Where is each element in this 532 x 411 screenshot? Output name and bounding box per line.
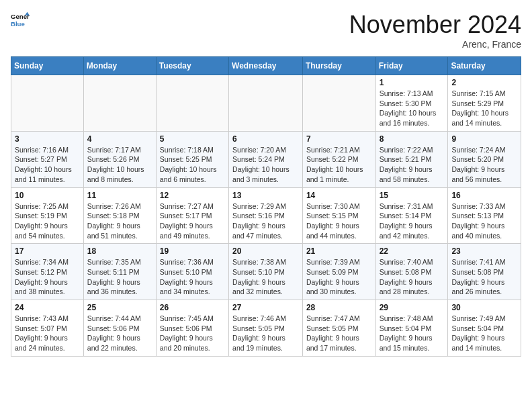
day-info: Sunrise: 7:29 AMSunset: 5:16 PMDaylight:… [232,201,299,241]
day-info: Sunrise: 7:49 AMSunset: 5:04 PMDaylight:… [451,314,517,353]
calendar-day-cell: 10Sunrise: 7:25 AMSunset: 5:19 PMDayligh… [11,187,84,244]
calendar-day-cell: 12Sunrise: 7:27 AMSunset: 5:17 PMDayligh… [156,187,228,244]
calendar-header-row: SundayMondayTuesdayWednesdayThursdayFrid… [11,57,521,75]
calendar-week-row: 24Sunrise: 7:43 AMSunset: 5:07 PMDayligh… [11,300,521,357]
calendar: SundayMondayTuesdayWednesdayThursdayFrid… [11,56,521,357]
day-of-week-header: Sunday [11,57,84,75]
day-number: 3 [15,134,80,144]
calendar-day-cell [229,75,303,132]
day-number: 10 [15,191,80,200]
day-number: 20 [232,246,299,256]
day-number: 16 [451,191,517,200]
day-info: Sunrise: 7:26 AMSunset: 5:18 PMDaylight:… [87,201,152,241]
calendar-day-cell: 24Sunrise: 7:43 AMSunset: 5:07 PMDayligh… [11,300,84,357]
day-number: 2 [451,78,517,87]
calendar-day-cell: 29Sunrise: 7:48 AMSunset: 5:04 PMDayligh… [375,300,448,357]
calendar-week-row: 1Sunrise: 7:13 AMSunset: 5:30 PMDaylight… [11,75,521,132]
day-number: 30 [451,303,517,312]
calendar-day-cell: 6Sunrise: 7:20 AMSunset: 5:24 PMDaylight… [229,131,303,187]
day-of-week-header: Thursday [302,57,375,75]
calendar-week-row: 17Sunrise: 7:34 AMSunset: 5:12 PMDayligh… [11,244,521,300]
calendar-day-cell: 14Sunrise: 7:30 AMSunset: 5:15 PMDayligh… [302,187,375,244]
day-info: Sunrise: 7:18 AMSunset: 5:25 PMDaylight:… [160,145,225,185]
day-of-week-header: Monday [83,57,156,75]
day-info: Sunrise: 7:48 AMSunset: 5:04 PMDaylight:… [380,314,445,353]
day-of-week-header: Friday [375,57,448,75]
calendar-day-cell: 23Sunrise: 7:41 AMSunset: 5:08 PMDayligh… [448,244,521,300]
calendar-day-cell [156,75,228,132]
day-info: Sunrise: 7:35 AMSunset: 5:11 PMDaylight:… [87,257,152,297]
day-number: 13 [232,191,299,200]
day-of-week-header: Wednesday [229,57,303,75]
calendar-day-cell: 21Sunrise: 7:39 AMSunset: 5:09 PMDayligh… [302,244,375,300]
calendar-week-row: 3Sunrise: 7:16 AMSunset: 5:27 PMDaylight… [11,131,521,187]
day-number: 25 [87,303,152,312]
calendar-day-cell [83,75,156,132]
day-number: 14 [306,191,372,200]
calendar-day-cell: 9Sunrise: 7:24 AMSunset: 5:20 PMDaylight… [448,131,521,187]
day-info: Sunrise: 7:44 AMSunset: 5:06 PMDaylight:… [87,314,152,353]
day-info: Sunrise: 7:45 AMSunset: 5:06 PMDaylight:… [160,314,225,353]
day-number: 15 [380,191,445,200]
calendar-week-row: 10Sunrise: 7:25 AMSunset: 5:19 PMDayligh… [11,187,521,244]
calendar-day-cell: 2Sunrise: 7:15 AMSunset: 5:29 PMDaylight… [448,75,521,132]
month-title: November 2024 [349,11,521,39]
calendar-day-cell [302,75,375,132]
calendar-day-cell: 3Sunrise: 7:16 AMSunset: 5:27 PMDaylight… [11,131,84,187]
day-info: Sunrise: 7:24 AMSunset: 5:20 PMDaylight:… [451,145,517,185]
day-info: Sunrise: 7:40 AMSunset: 5:08 PMDaylight:… [380,257,445,297]
day-number: 27 [232,303,299,312]
location: Arenc, France [349,39,521,50]
day-info: Sunrise: 7:43 AMSunset: 5:07 PMDaylight:… [15,314,80,353]
title-area: November 2024 Arenc, France [349,11,521,50]
day-number: 26 [160,303,225,312]
day-number: 23 [451,246,517,256]
day-number: 1 [380,78,445,87]
calendar-day-cell: 22Sunrise: 7:40 AMSunset: 5:08 PMDayligh… [375,244,448,300]
day-number: 18 [87,246,152,256]
day-info: Sunrise: 7:34 AMSunset: 5:12 PMDaylight:… [15,257,80,297]
header: General Blue November 2024 Arenc, France [11,11,521,50]
day-number: 28 [306,303,372,312]
logo-icon: General Blue [11,11,30,30]
day-number: 8 [380,134,445,144]
calendar-day-cell: 4Sunrise: 7:17 AMSunset: 5:26 PMDaylight… [83,131,156,187]
day-number: 5 [160,134,225,144]
calendar-day-cell: 20Sunrise: 7:38 AMSunset: 5:10 PMDayligh… [229,244,303,300]
calendar-day-cell: 1Sunrise: 7:13 AMSunset: 5:30 PMDaylight… [375,75,448,132]
day-number: 9 [451,134,517,144]
day-info: Sunrise: 7:30 AMSunset: 5:15 PMDaylight:… [306,201,372,241]
calendar-day-cell: 25Sunrise: 7:44 AMSunset: 5:06 PMDayligh… [83,300,156,357]
day-info: Sunrise: 7:22 AMSunset: 5:21 PMDaylight:… [380,145,445,185]
calendar-day-cell: 15Sunrise: 7:31 AMSunset: 5:14 PMDayligh… [375,187,448,244]
calendar-day-cell: 8Sunrise: 7:22 AMSunset: 5:21 PMDaylight… [375,131,448,187]
day-of-week-header: Saturday [448,57,521,75]
day-info: Sunrise: 7:16 AMSunset: 5:27 PMDaylight:… [15,145,80,185]
calendar-day-cell: 26Sunrise: 7:45 AMSunset: 5:06 PMDayligh… [156,300,228,357]
day-number: 4 [87,134,152,144]
calendar-day-cell: 11Sunrise: 7:26 AMSunset: 5:18 PMDayligh… [83,187,156,244]
day-info: Sunrise: 7:13 AMSunset: 5:30 PMDaylight:… [380,89,445,128]
calendar-day-cell: 5Sunrise: 7:18 AMSunset: 5:25 PMDaylight… [156,131,228,187]
day-info: Sunrise: 7:31 AMSunset: 5:14 PMDaylight:… [380,201,445,241]
day-number: 7 [306,134,372,144]
day-info: Sunrise: 7:38 AMSunset: 5:10 PMDaylight:… [232,257,299,297]
calendar-day-cell: 17Sunrise: 7:34 AMSunset: 5:12 PMDayligh… [11,244,84,300]
day-info: Sunrise: 7:17 AMSunset: 5:26 PMDaylight:… [87,145,152,185]
calendar-day-cell: 18Sunrise: 7:35 AMSunset: 5:11 PMDayligh… [83,244,156,300]
day-info: Sunrise: 7:47 AMSunset: 5:05 PMDaylight:… [306,314,372,353]
logo: General Blue [11,11,30,30]
day-number: 21 [306,246,372,256]
day-number: 17 [15,246,80,256]
calendar-day-cell [11,75,84,132]
day-info: Sunrise: 7:46 AMSunset: 5:05 PMDaylight:… [232,314,299,353]
day-number: 29 [380,303,445,312]
day-info: Sunrise: 7:41 AMSunset: 5:08 PMDaylight:… [451,257,517,297]
day-info: Sunrise: 7:33 AMSunset: 5:13 PMDaylight:… [451,201,517,241]
calendar-day-cell: 28Sunrise: 7:47 AMSunset: 5:05 PMDayligh… [302,300,375,357]
day-info: Sunrise: 7:20 AMSunset: 5:24 PMDaylight:… [232,145,299,185]
calendar-day-cell: 19Sunrise: 7:36 AMSunset: 5:10 PMDayligh… [156,244,228,300]
calendar-day-cell: 7Sunrise: 7:21 AMSunset: 5:22 PMDaylight… [302,131,375,187]
day-info: Sunrise: 7:25 AMSunset: 5:19 PMDaylight:… [15,201,80,241]
calendar-day-cell: 27Sunrise: 7:46 AMSunset: 5:05 PMDayligh… [229,300,303,357]
